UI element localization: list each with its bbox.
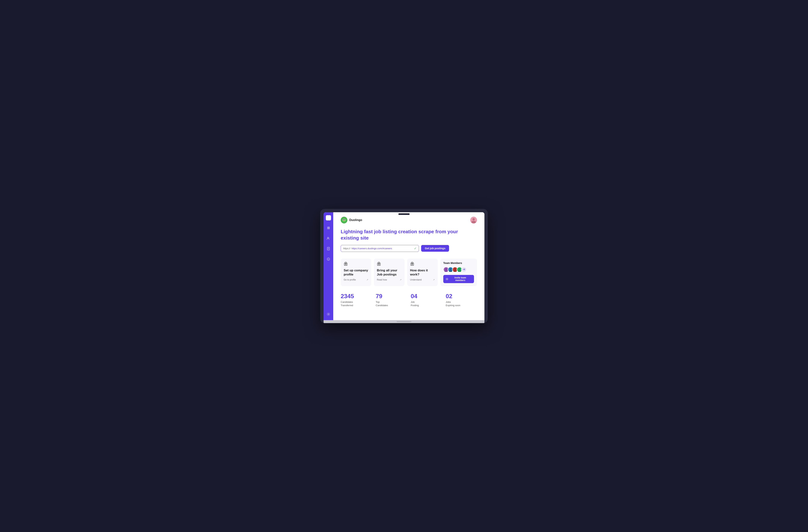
laptop-frame: ⊞	[320, 209, 488, 323]
laptop-notch	[397, 321, 411, 322]
team-members-card: Team Members	[440, 259, 477, 286]
url-input-wrapper[interactable]: https:// ✓	[341, 245, 419, 252]
avatars-row: +8	[443, 267, 474, 272]
url-input[interactable]	[351, 247, 412, 250]
laptop-screen: ⊞	[324, 212, 484, 320]
svg-point-16	[344, 221, 345, 221]
invite-team-button[interactable]: Invite team members	[443, 275, 474, 283]
company-logo-area: Duolingo	[341, 217, 362, 223]
stat-number-4: 02	[446, 293, 477, 300]
stat-candidates-transferred: 2345 CandidatesTransferred	[341, 293, 372, 307]
svg-point-9	[342, 218, 346, 222]
svg-point-15	[345, 219, 345, 220]
card-how-it-works-title: How does it work?	[410, 268, 435, 277]
svg-rect-25	[379, 263, 380, 264]
stat-jobs-expiring: 02 JobsExpiring soon	[446, 293, 477, 307]
svg-point-12	[343, 219, 344, 220]
card-job-postings-link[interactable]: Read how	[377, 279, 387, 281]
sidebar-item-docs[interactable]	[326, 246, 331, 252]
stat-number-2: 79	[376, 293, 407, 300]
invite-team-label: Invite team members	[449, 277, 472, 282]
external-link-icon[interactable]: ↗	[366, 279, 368, 281]
url-prefix: https://	[343, 247, 350, 250]
sidebar-item-dashboard[interactable]: ⊞	[326, 225, 331, 231]
svg-rect-21	[345, 263, 346, 264]
sidebar-logo	[326, 215, 331, 221]
stat-label-4: JobsExpiring soon	[446, 300, 477, 307]
card-company-profile-title: Set up company profile	[344, 268, 368, 277]
card-building-icon	[344, 262, 368, 267]
get-jobs-button[interactable]: Get job postings	[421, 245, 449, 252]
external-link-icon-2[interactable]: ↗	[400, 279, 402, 281]
svg-point-30	[445, 268, 447, 270]
team-members-label: Team Members	[443, 262, 474, 265]
cards-grid: Set up company profile Go to profile ↗	[341, 259, 477, 286]
company-name: Duolingo	[349, 218, 362, 222]
svg-point-18	[473, 218, 475, 221]
url-input-row: https:// ✓ Get job postings	[341, 245, 477, 252]
card-link-row-3: Understand ↗	[410, 279, 435, 281]
header: Duolingo	[341, 217, 477, 223]
card-job-postings: Bring all your Job postings Read how ↗	[374, 259, 404, 286]
svg-point-0	[328, 237, 329, 238]
svg-rect-24	[378, 263, 379, 264]
card-company-profile-link[interactable]: Go to profile	[344, 279, 356, 281]
laptop-base	[324, 320, 484, 323]
card-understand-link[interactable]: Understand	[410, 279, 422, 281]
card-how-icon	[410, 262, 435, 267]
stat-label-3: JobPosting	[411, 300, 442, 307]
svg-point-13	[345, 219, 345, 220]
svg-point-33	[450, 268, 451, 270]
camera-notch	[399, 213, 409, 215]
stats-row: 2345 CandidatesTransferred 79 TopCandida…	[341, 293, 477, 307]
user-avatar[interactable]	[470, 217, 477, 223]
sidebar-item-users[interactable]	[326, 235, 331, 241]
svg-point-7	[328, 314, 329, 315]
stat-number-3: 04	[411, 293, 442, 300]
svg-text:©: ©	[328, 259, 329, 260]
sidebar-item-settings[interactable]	[326, 311, 331, 317]
card-link-row: Go to profile ↗	[344, 279, 368, 281]
stat-top-candidates: 79 TopCandidates	[376, 293, 407, 307]
card-job-postings-title: Bring all your Job postings	[377, 268, 401, 277]
stat-number-1: 2345	[341, 293, 372, 300]
external-link-icon-3[interactable]: ↗	[433, 279, 435, 281]
stat-label-1: CandidatesTransferred	[341, 300, 372, 307]
team-avatar-count: +8	[461, 267, 467, 272]
sidebar-item-billing[interactable]: ©	[326, 256, 331, 262]
card-how-it-works: How does it work? Understand ↗	[407, 259, 438, 286]
main-content: Duolingo Lightning fast job listing crea…	[333, 212, 484, 320]
svg-point-36	[454, 268, 456, 270]
card-company-profile: Set up company profile Go to profile ↗	[341, 259, 371, 286]
svg-rect-22	[346, 263, 347, 264]
screen-content: ⊞	[324, 212, 484, 320]
svg-rect-27	[411, 263, 412, 264]
svg-rect-28	[412, 263, 413, 264]
sidebar: ⊞	[324, 212, 333, 320]
svg-point-39	[459, 268, 460, 270]
card-job-icon	[377, 262, 401, 267]
company-logo	[341, 217, 347, 223]
stat-label-2: TopCandidates	[376, 300, 407, 307]
svg-point-14	[343, 219, 344, 220]
stat-job-posting: 04 JobPosting	[411, 293, 442, 307]
hero-title: Lightning fast job listing creation scra…	[341, 229, 477, 241]
url-check-icon: ✓	[414, 247, 417, 250]
card-link-row-2: Read how ↗	[377, 279, 401, 281]
